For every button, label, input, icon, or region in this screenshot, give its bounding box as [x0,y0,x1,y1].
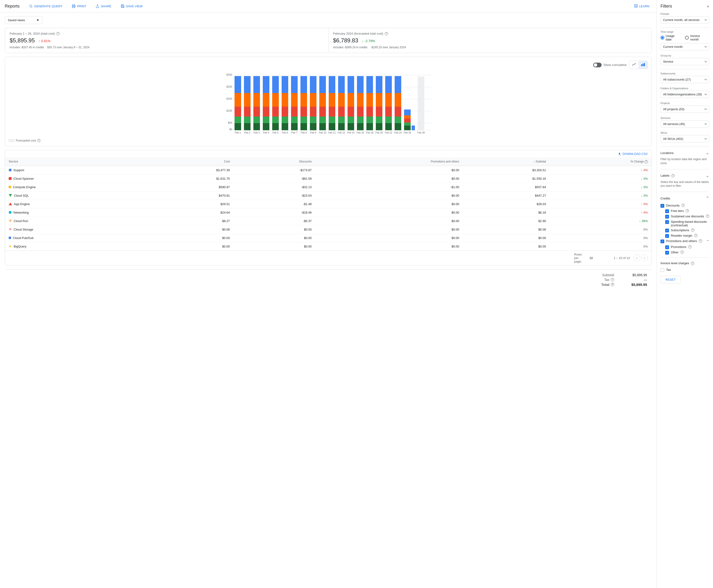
svg-rect-47 [281,93,288,107]
service-cell: ★ BigQuery [5,242,147,251]
legend-forecasted: Forecasted cost ? [9,139,41,142]
folders-select[interactable]: All folders/organizations (28) [660,91,709,98]
table-row: App Engine $29.51 -$1.48 $0.00 $28.03 ↑ … [5,200,652,208]
invoice-charges-label: Invoice level charges ? [660,260,709,266]
invoice-charges-help-icon[interactable]: ? [691,262,694,265]
page-title: Reports [5,4,20,9]
reseller-checkbox[interactable] [665,234,669,238]
locations-section: Locations ⌄ Filter by location data like… [660,149,709,165]
svg-rect-71 [329,107,335,117]
subtotal-cell: $447.27 [463,191,550,200]
discounts-cell: -$18.46 [234,208,315,217]
svg-rect-107 [395,93,401,107]
promotions-others-checkbox[interactable] [660,239,664,243]
svg-rect-62 [310,93,316,107]
usage-date-radio[interactable]: Usage date [660,34,681,41]
discounts-help-icon[interactable]: ? [681,204,685,207]
promotions-help-icon[interactable]: ? [688,245,692,248]
invoice-month-radio[interactable]: Invoice month [685,34,709,41]
cumulative-toggle[interactable]: Show cumulative [593,63,627,67]
chart-controls: Show cumulative [9,61,648,69]
change-cell: ↓ 38% [550,217,652,225]
change-cell: ↓ 3% [550,183,652,191]
labels-collapse[interactable]: Labels ? ⌄ [660,172,709,179]
change-cell: ↑ 5% [550,200,652,208]
line-chart-button[interactable] [630,61,638,69]
svg-rect-80 [348,117,354,123]
generate-query-button[interactable]: GENERATE QUERY [27,3,65,9]
subscriptions-help-icon[interactable]: ? [691,228,694,232]
prev-page-button[interactable]: ‹ [634,255,640,261]
presets-select[interactable]: Current month, all services [660,16,709,24]
tax-help-icon[interactable]: ? [611,278,614,281]
time-range-radios: Usage date Invoice month [660,34,709,41]
change-help-icon[interactable]: ? [645,160,648,163]
change-cell: ↓ 3% [550,191,652,200]
chart-legend: Forecasted cost ? [9,139,648,142]
reseller-row: Reseller margin ? [665,234,709,238]
stat1-help-icon[interactable]: ? [56,32,60,35]
svg-text:Feb 26: Feb 26 [404,131,411,134]
save-view-button[interactable]: SAVE VIEW [119,3,145,9]
promotions-cell: $0.00 [315,191,463,200]
tax-row: Tax ? — [9,278,647,282]
service-cell: ✛ Cloud Run [5,217,147,225]
skus-select[interactable]: All SKUs (402) [660,135,709,143]
credits-collapse-icon: ⌃ [706,196,709,201]
next-page-button[interactable]: › [641,255,648,261]
svg-rect-41 [272,107,279,117]
promotions-others-help-icon[interactable]: ? [699,239,702,243]
labels-help-icon[interactable]: ? [671,174,675,177]
filters-sidebar: Filters » Presets Current month, all ser… [656,0,713,588]
bar-chart-button[interactable] [638,61,648,69]
projects-select[interactable]: All projects (53) [660,105,709,113]
service-cell: Support [5,166,147,174]
free-tiers-checkbox[interactable] [665,209,669,213]
forecast-help-icon[interactable]: ? [37,139,41,142]
print-button[interactable]: PRINT [69,3,88,9]
toggle-switch[interactable] [593,63,602,67]
svg-text:$250: $250 [227,73,232,76]
change-cell: ↓ 3% [550,174,652,183]
tax-checkbox[interactable] [660,268,664,272]
share-button[interactable]: SHARE [93,3,114,9]
svg-text:Feb 9: Feb 9 [310,131,316,134]
promotions-checkbox[interactable] [665,245,669,249]
sustained-help-icon[interactable]: ? [706,214,709,218]
learn-button[interactable]: LEARN [632,3,652,9]
discounts-checkbox[interactable] [660,204,664,208]
folders-label: Folders & Organizations [660,87,709,90]
svg-rect-57 [300,93,307,107]
svg-rect-74 [338,123,345,130]
subscriptions-checkbox[interactable] [665,229,669,232]
svg-line-1 [32,7,32,7]
current-month-select[interactable]: Current month [660,43,709,50]
stat2-help-icon[interactable]: ? [385,32,388,35]
download-csv-button[interactable]: DOWNLOAD CSV [618,152,648,156]
services-select[interactable]: All services (45) [660,120,709,128]
locations-expand-icon: ⌄ [706,150,709,155]
free-tiers-row: Free tiers ? [665,209,709,213]
subtotal-cell: $0.00 [463,234,550,242]
rows-per-page-select[interactable]: 10 25 50 [587,255,610,261]
svg-rect-65 [319,117,326,123]
credits-collapse[interactable]: Credits ⌃ [660,195,709,202]
sustained-checkbox[interactable] [665,215,669,218]
presets-section: Presets Current month, all services [660,13,709,24]
svg-rect-23 [234,76,241,93]
spending-checkbox[interactable] [665,220,669,224]
reseller-help-icon[interactable]: ? [694,234,697,237]
locations-collapse[interactable]: Locations ⌄ [660,149,709,156]
group-by-select[interactable]: Service [660,58,709,65]
other-help-icon[interactable]: ? [680,251,684,254]
saved-views-select[interactable]: Saved views ▼ [5,16,42,24]
svg-rect-106 [395,107,401,117]
service-cell: ✕ Cloud Storage [5,225,147,234]
other-checkbox[interactable] [665,251,669,255]
reset-button[interactable]: RESET [660,276,680,284]
svg-text:Feb 12: Feb 12 [338,131,345,134]
group-by-section: Group by Service [660,54,709,65]
subaccounts-select[interactable]: All subaccounts (27) [660,76,709,83]
free-tiers-help-icon[interactable]: ? [686,209,689,212]
total-help-icon[interactable]: ? [611,283,614,286]
